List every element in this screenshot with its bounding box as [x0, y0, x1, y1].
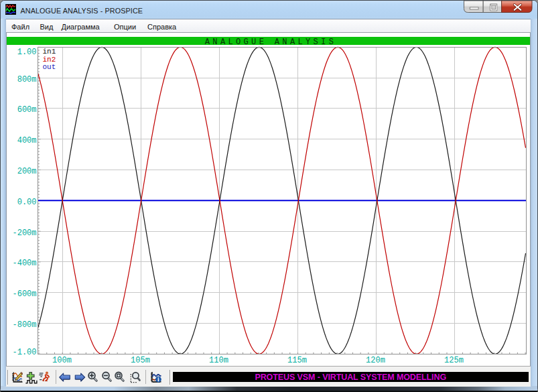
svg-text:1.00: 1.00 [17, 48, 37, 57]
svg-text:-600m: -600m [12, 289, 36, 299]
svg-text:out: out [43, 63, 56, 71]
svg-text:100m: 100m [52, 356, 72, 365]
svg-text:-200m: -200m [12, 228, 36, 238]
svg-text:-800m: -800m [12, 320, 36, 330]
svg-text:200m: 200m [17, 167, 37, 176]
svg-text:in1: in1 [43, 48, 56, 56]
svg-text:in2: in2 [43, 56, 56, 64]
svg-text:600m: 600m [17, 105, 37, 115]
svg-text:115m: 115m [287, 356, 307, 365]
svg-text:110m: 110m [209, 356, 228, 365]
svg-text:120m: 120m [366, 356, 385, 365]
svg-text:-400m: -400m [12, 259, 36, 268]
svg-text:0.00: 0.00 [17, 198, 37, 207]
svg-text:125m: 125m [444, 356, 464, 365]
svg-text:400m: 400m [17, 136, 37, 145]
svg-text:-1.00: -1.00 [12, 348, 36, 357]
svg-text:105m: 105m [131, 356, 150, 365]
svg-text:800m: 800m [17, 75, 37, 84]
